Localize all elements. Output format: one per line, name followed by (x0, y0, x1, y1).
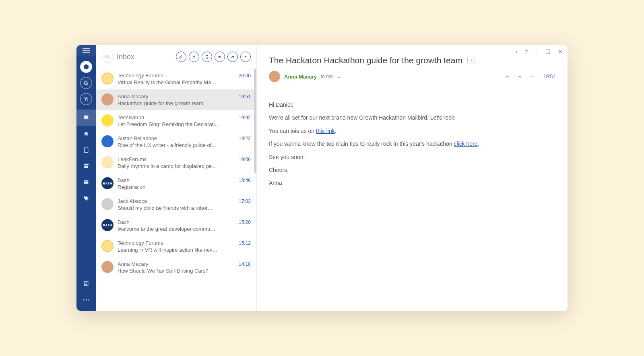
message-row[interactable]: BAZHBazh18:46Registration (96, 173, 256, 194)
message-subject: Welcome to the great developer commu… (118, 226, 242, 232)
body-line: See you soon! (269, 153, 555, 161)
message-row[interactable]: Suzan Belladone19:22Rise of the UX write… (96, 131, 256, 152)
account-all[interactable] (80, 61, 92, 73)
avatar: BAZH (101, 219, 114, 231)
sender-name: Anna Macary (284, 74, 317, 80)
body-line: Anna (269, 178, 555, 187)
forward-button[interactable] (227, 52, 238, 62)
maximize-button[interactable]: ☐ (545, 48, 551, 55)
mail-subject: The Hackaton Hackathon guide for the gro… (269, 56, 462, 65)
avatar (101, 135, 114, 147)
message-subject: Virtual Reality is the Global Empathy Ma… (118, 79, 242, 85)
folder-title: Inbox (117, 53, 134, 61)
message-sender: Technology Forums (118, 240, 163, 246)
body-line: We're all set for our next brand new Gro… (269, 113, 555, 122)
message-subject: Learning in VR will inspire action like … (118, 247, 242, 253)
message-row[interactable]: Technology Forums20:00Virtual Reality is… (96, 68, 256, 89)
add-tag-button[interactable]: + (467, 57, 476, 64)
nav-tags[interactable] (76, 190, 96, 206)
avatar (101, 93, 114, 106)
more-button[interactable] (240, 52, 251, 62)
message-time: 15:12 (239, 240, 251, 246)
nav-contacts[interactable] (76, 275, 96, 292)
message-subject: Should my child be friends with a robot… (118, 205, 242, 211)
account-yahoo[interactable] (80, 93, 92, 105)
nav-inbox[interactable] (76, 110, 96, 126)
message-subject: Hackathon guide for the growth team (118, 100, 242, 106)
message-list[interactable]: Technology Forums20:00Virtual Reality is… (96, 68, 256, 311)
message-row[interactable]: Technology Forums15:12Learning in VR wil… (96, 236, 256, 257)
body-line: Hi Daniel, (269, 100, 555, 109)
back-button[interactable]: ‹ (516, 48, 518, 55)
message-subject: Daily rhythms in a camp for displaced pe… (118, 163, 242, 169)
message-time: 18:46 (239, 178, 251, 183)
message-subject: Rise of the UX writer - a friendly guide… (118, 142, 242, 148)
mail-meta: Anna Macary to me ⌄ 19:51 (257, 71, 568, 88)
message-row[interactable]: BAZHBazh15:20Welcome to the great develo… (96, 215, 256, 236)
avatar (101, 156, 114, 168)
sidebar (76, 45, 96, 311)
archive-button[interactable] (189, 52, 199, 62)
list-header: Inbox (96, 45, 256, 68)
avatar (101, 72, 114, 85)
message-list-pane: Inbox (96, 45, 257, 311)
help-button[interactable]: ? (524, 48, 528, 55)
avatar: BAZH (101, 177, 114, 189)
body-line: If you wanna know the top main tips to r… (269, 139, 555, 148)
mail-time: 19:51 (543, 74, 555, 79)
message-subject: How Should We Tax Self-Driving Cars? (118, 268, 242, 274)
scrollbar[interactable] (254, 68, 256, 173)
message-row[interactable]: TechNatura19:42Let Freedom Sing: Remixin… (96, 110, 256, 131)
message-time: 20:00 (239, 73, 251, 79)
nav-sent[interactable] (76, 174, 96, 190)
avatar (101, 198, 114, 210)
delete-button[interactable] (202, 52, 212, 62)
account-google[interactable] (80, 77, 92, 89)
close-button[interactable]: ✕ (558, 48, 563, 55)
message-time: 17:03 (239, 199, 251, 204)
message-time: 19:06 (239, 157, 251, 162)
svg-point-2 (105, 55, 108, 58)
message-time: 19:51 (239, 94, 251, 99)
more-icon[interactable] (529, 74, 535, 79)
message-row[interactable]: Anna Macary19:51Hackathon guide for the … (96, 89, 256, 110)
sender-avatar (269, 71, 280, 82)
message-subject: Registration (118, 184, 242, 190)
nav-more[interactable] (76, 292, 96, 308)
reply-icon[interactable] (505, 74, 510, 79)
expand-recipients-icon[interactable]: ⌄ (337, 74, 341, 79)
svg-point-1 (86, 282, 87, 284)
message-sender: Anna Macary (118, 261, 149, 267)
compose-button[interactable] (176, 52, 186, 62)
nav-starred[interactable] (76, 126, 96, 142)
forward-icon[interactable] (517, 74, 522, 79)
reading-pane: ‹ ? – ☐ ✕ The Hackaton Hackathon guide f… (257, 45, 568, 311)
body-link-tips[interactable]: click here (454, 141, 477, 147)
app-window: Inbox (76, 45, 568, 311)
avatar (101, 114, 114, 126)
message-row[interactable]: Jack Abacca17:03Should my child be frien… (96, 194, 256, 215)
body-line: Cheers, (269, 166, 555, 174)
hamburger-menu[interactable] (76, 45, 96, 56)
minimize-button[interactable]: – (535, 48, 538, 55)
body-line: You can jois us on this link. (269, 126, 555, 135)
ellipsis-icon (83, 299, 89, 300)
message-row[interactable]: LeakForums19:06Daily rhythms in a camp f… (96, 152, 256, 173)
message-sender: Bazh (118, 219, 130, 225)
nav-archive[interactable] (76, 158, 96, 174)
message-time: 19:42 (239, 115, 251, 120)
message-row[interactable]: Anna Macary14:18How Should We Tax Self-D… (96, 257, 256, 278)
nav-drafts[interactable] (76, 142, 96, 158)
message-sender: LeakForums (118, 156, 147, 162)
avatar (101, 261, 114, 273)
message-sender: Anna Macary (118, 93, 149, 99)
body-link-join[interactable]: this link (316, 128, 335, 134)
window-controls: ‹ ? – ☐ ✕ (516, 48, 563, 55)
recipient-text: to me (321, 74, 333, 79)
search-button[interactable] (101, 51, 114, 63)
message-sender: Jack Abacca (118, 198, 147, 204)
reply-button[interactable] (215, 52, 225, 62)
message-subject: Let Freedom Sing: Remixing the Declarati… (118, 121, 242, 127)
message-time: 19:22 (239, 136, 251, 141)
mail-body: Hi Daniel, We're all set for our next br… (257, 88, 568, 200)
